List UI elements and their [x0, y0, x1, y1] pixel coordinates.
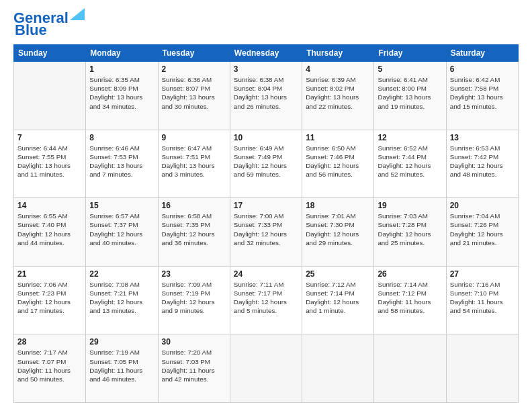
weekday-friday: Friday: [374, 45, 446, 62]
weekday-monday: Monday: [86, 45, 158, 62]
day-cell-7: 7Sunrise: 6:44 AMSunset: 7:55 PMDaylight…: [14, 130, 86, 198]
day-number: 3: [234, 64, 298, 74]
week-row-5: 28Sunrise: 7:17 AMSunset: 7:07 PMDayligh…: [14, 334, 519, 403]
day-cell-21: 21Sunrise: 7:06 AMSunset: 7:23 PMDayligh…: [14, 266, 86, 334]
day-cell-23: 23Sunrise: 7:09 AMSunset: 7:19 PMDayligh…: [158, 266, 230, 334]
day-info: Sunrise: 7:17 AMSunset: 7:07 PMDaylight:…: [17, 348, 82, 383]
day-info: Sunrise: 6:38 AMSunset: 8:04 PMDaylight:…: [234, 75, 298, 111]
day-number: 22: [89, 269, 154, 279]
week-row-1: 1Sunrise: 6:35 AMSunset: 8:09 PMDaylight…: [14, 62, 519, 130]
day-number: 12: [378, 133, 442, 142]
day-info: Sunrise: 6:53 AMSunset: 7:42 PMDaylight:…: [450, 144, 515, 179]
empty-cell: [302, 334, 374, 403]
day-number: 9: [162, 133, 226, 142]
weekday-thursday: Thursday: [302, 45, 374, 62]
day-number: 23: [162, 269, 226, 279]
svg-marker-0: [70, 8, 85, 20]
weekday-wednesday: Wednesday: [230, 45, 302, 62]
day-info: Sunrise: 7:06 AMSunset: 7:23 PMDaylight:…: [17, 280, 82, 316]
day-cell-28: 28Sunrise: 7:17 AMSunset: 7:07 PMDayligh…: [14, 334, 86, 403]
day-info: Sunrise: 7:04 AMSunset: 7:26 PMDaylight:…: [450, 212, 515, 247]
logo-blue: Blue: [15, 21, 47, 38]
weekday-saturday: Saturday: [446, 45, 518, 62]
day-info: Sunrise: 7:16 AMSunset: 7:10 PMDaylight:…: [450, 280, 515, 316]
day-number: 19: [378, 201, 442, 210]
calendar-table: SundayMondayTuesdayWednesdayThursdayFrid…: [13, 44, 519, 403]
day-number: 8: [89, 133, 154, 142]
day-cell-30: 30Sunrise: 7:20 AMSunset: 7:03 PMDayligh…: [158, 334, 230, 403]
day-cell-19: 19Sunrise: 7:03 AMSunset: 7:28 PMDayligh…: [374, 198, 446, 267]
day-info: Sunrise: 6:50 AMSunset: 7:46 PMDaylight:…: [306, 144, 370, 179]
header: General Blue: [13, 11, 519, 38]
empty-cell: [14, 62, 86, 130]
day-cell-5: 5Sunrise: 6:41 AMSunset: 8:00 PMDaylight…: [374, 62, 446, 130]
day-info: Sunrise: 6:55 AMSunset: 7:40 PMDaylight:…: [17, 212, 82, 247]
weekday-tuesday: Tuesday: [158, 45, 230, 62]
day-cell-25: 25Sunrise: 7:12 AMSunset: 7:14 PMDayligh…: [302, 266, 374, 334]
day-cell-10: 10Sunrise: 6:49 AMSunset: 7:49 PMDayligh…: [230, 130, 302, 198]
day-info: Sunrise: 7:14 AMSunset: 7:12 PMDaylight:…: [378, 280, 442, 316]
day-number: 26: [378, 269, 442, 279]
day-cell-27: 27Sunrise: 7:16 AMSunset: 7:10 PMDayligh…: [446, 266, 518, 334]
weekday-sunday: Sunday: [14, 45, 86, 62]
day-info: Sunrise: 7:08 AMSunset: 7:21 PMDaylight:…: [89, 280, 154, 316]
day-cell-6: 6Sunrise: 6:42 AMSunset: 7:58 PMDaylight…: [446, 62, 518, 130]
day-info: Sunrise: 6:41 AMSunset: 8:00 PMDaylight:…: [378, 75, 442, 111]
logo-arrow-icon: [70, 8, 85, 23]
day-cell-14: 14Sunrise: 6:55 AMSunset: 7:40 PMDayligh…: [14, 198, 86, 267]
day-cell-24: 24Sunrise: 7:11 AMSunset: 7:17 PMDayligh…: [230, 266, 302, 334]
day-number: 16: [162, 201, 226, 210]
day-info: Sunrise: 6:44 AMSunset: 7:55 PMDaylight:…: [17, 144, 82, 179]
day-cell-11: 11Sunrise: 6:50 AMSunset: 7:46 PMDayligh…: [302, 130, 374, 198]
day-info: Sunrise: 6:47 AMSunset: 7:51 PMDaylight:…: [162, 144, 226, 179]
day-info: Sunrise: 7:00 AMSunset: 7:33 PMDaylight:…: [234, 212, 298, 247]
day-number: 27: [450, 269, 515, 279]
day-number: 18: [306, 201, 370, 210]
day-number: 24: [234, 269, 298, 279]
day-number: 4: [306, 64, 370, 74]
day-info: Sunrise: 7:09 AMSunset: 7:19 PMDaylight:…: [162, 280, 226, 316]
day-number: 17: [234, 201, 298, 210]
day-number: 15: [89, 201, 154, 210]
week-row-3: 14Sunrise: 6:55 AMSunset: 7:40 PMDayligh…: [14, 198, 519, 267]
day-number: 7: [17, 133, 82, 142]
day-info: Sunrise: 7:03 AMSunset: 7:28 PMDaylight:…: [378, 212, 442, 247]
day-info: Sunrise: 6:58 AMSunset: 7:35 PMDaylight:…: [162, 212, 226, 247]
day-cell-1: 1Sunrise: 6:35 AMSunset: 8:09 PMDaylight…: [86, 62, 158, 130]
page: General Blue SundayMondayTuesdayWednesda…: [0, 0, 532, 411]
day-info: Sunrise: 7:19 AMSunset: 7:05 PMDaylight:…: [89, 348, 154, 383]
day-info: Sunrise: 7:20 AMSunset: 7:03 PMDaylight:…: [162, 348, 226, 383]
empty-cell: [374, 334, 446, 403]
day-number: 30: [162, 337, 226, 347]
week-row-4: 21Sunrise: 7:06 AMSunset: 7:23 PMDayligh…: [14, 266, 519, 334]
day-cell-20: 20Sunrise: 7:04 AMSunset: 7:26 PMDayligh…: [446, 198, 518, 267]
day-number: 14: [17, 201, 82, 210]
day-number: 1: [89, 64, 154, 74]
day-info: Sunrise: 6:52 AMSunset: 7:44 PMDaylight:…: [378, 144, 442, 179]
day-number: 13: [450, 133, 515, 142]
day-cell-15: 15Sunrise: 6:57 AMSunset: 7:37 PMDayligh…: [86, 198, 158, 267]
day-number: 11: [306, 133, 370, 142]
empty-cell: [446, 334, 518, 403]
day-info: Sunrise: 6:36 AMSunset: 8:07 PMDaylight:…: [162, 75, 226, 111]
weekday-header-row: SundayMondayTuesdayWednesdayThursdayFrid…: [14, 45, 519, 62]
day-number: 25: [306, 269, 370, 279]
day-number: 2: [162, 64, 226, 74]
day-number: 6: [450, 64, 515, 74]
day-cell-26: 26Sunrise: 7:14 AMSunset: 7:12 PMDayligh…: [374, 266, 446, 334]
day-number: 21: [17, 269, 82, 279]
day-info: Sunrise: 6:49 AMSunset: 7:49 PMDaylight:…: [234, 144, 298, 179]
day-cell-8: 8Sunrise: 6:46 AMSunset: 7:53 PMDaylight…: [86, 130, 158, 198]
day-info: Sunrise: 7:01 AMSunset: 7:30 PMDaylight:…: [306, 212, 370, 247]
logo: General Blue: [13, 11, 85, 38]
day-cell-29: 29Sunrise: 7:19 AMSunset: 7:05 PMDayligh…: [86, 334, 158, 403]
empty-cell: [230, 334, 302, 403]
day-info: Sunrise: 6:42 AMSunset: 7:58 PMDaylight:…: [450, 75, 515, 111]
day-cell-16: 16Sunrise: 6:58 AMSunset: 7:35 PMDayligh…: [158, 198, 230, 267]
day-cell-13: 13Sunrise: 6:53 AMSunset: 7:42 PMDayligh…: [446, 130, 518, 198]
day-info: Sunrise: 6:46 AMSunset: 7:53 PMDaylight:…: [89, 144, 154, 179]
day-info: Sunrise: 6:39 AMSunset: 8:02 PMDaylight:…: [306, 75, 370, 111]
day-info: Sunrise: 7:11 AMSunset: 7:17 PMDaylight:…: [234, 280, 298, 316]
week-row-2: 7Sunrise: 6:44 AMSunset: 7:55 PMDaylight…: [14, 130, 519, 198]
day-cell-22: 22Sunrise: 7:08 AMSunset: 7:21 PMDayligh…: [86, 266, 158, 334]
